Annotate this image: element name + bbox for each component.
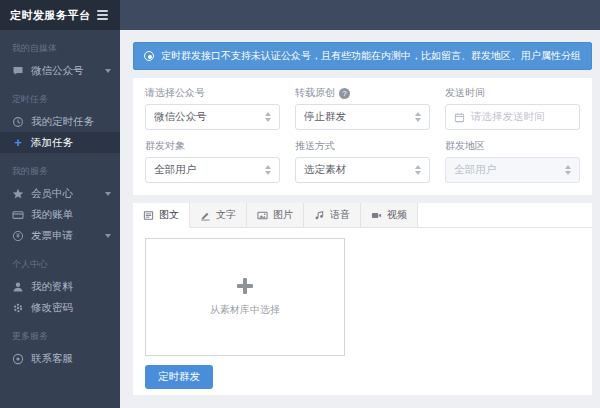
article-icon (143, 210, 154, 221)
select-arrows-icon (415, 112, 421, 122)
field-label: 发送时间 (445, 87, 580, 99)
video-camera-icon (371, 210, 382, 221)
field-repost-original: 转载原创 ? 停止群发 (295, 87, 430, 130)
top-bar: 定时发服务平台 (0, 0, 600, 30)
field-audience: 群发对象 全部用户 (145, 140, 280, 183)
sidebar-item-label: 会员中心 (31, 187, 73, 201)
field-select-account: 请选择公众号 微信公众号 (145, 87, 280, 130)
selected-value: 全部用户 (154, 163, 259, 177)
notice-banner: 定时群发接口不支持未认证公众号，且有些功能在内测中，比如留言、群发地区、用户属性… (133, 42, 592, 70)
sidebar-item-member-center[interactable]: 会员中心 (0, 183, 120, 204)
sidebar-item-change-password[interactable]: 修改密码 (0, 297, 120, 318)
selected-value: 全部用户 (454, 163, 559, 177)
gear-icon (12, 302, 24, 314)
app-title: 定时发服务平台 (10, 8, 91, 23)
clock-icon (12, 116, 24, 128)
selected-value: 停止群发 (304, 110, 409, 124)
select-arrows-icon (265, 165, 271, 175)
plus-icon: + (12, 137, 24, 149)
brand-block: 定时发服务平台 (0, 0, 120, 30)
sidebar-item-label: 微信公众号 (31, 64, 84, 78)
push-method-select[interactable]: 选定素材 (295, 157, 430, 183)
sidebar-section-label: 我的服务 (0, 153, 120, 183)
sidebar-item-wechat-account[interactable]: 微信公众号 (0, 60, 120, 81)
field-label: 转载原创 (295, 86, 335, 100)
tab-label: 语音 (330, 208, 350, 222)
sidebar-item-my-profile[interactable]: 我的资料 (0, 276, 120, 297)
chevron-down-icon (105, 192, 111, 196)
audience-select[interactable]: 全部用户 (145, 157, 280, 183)
invoice-yen-icon: ¥ (12, 230, 24, 242)
region-select-disabled: 全部用户 (445, 157, 580, 183)
tab-label: 图文 (159, 208, 179, 222)
field-label: 群发对象 (145, 140, 280, 152)
select-arrows-icon (265, 112, 271, 122)
sidebar-item-contact-support[interactable]: 联系客服 (0, 348, 120, 369)
sidebar-item-my-scheduled-tasks[interactable]: 我的定时任务 (0, 111, 120, 132)
field-push-method: 推送方式 选定素材 (295, 140, 430, 183)
select-arrows-icon (415, 165, 421, 175)
chevron-down-icon (105, 234, 111, 238)
field-label: 群发地区 (445, 140, 580, 152)
chat-bubble-icon (12, 65, 24, 77)
sidebar-item-label: 联系客服 (31, 352, 73, 366)
sidebar-section-label: 定时任务 (0, 81, 120, 111)
sidebar-section-label: 个人中心 (0, 246, 120, 276)
selected-value: 微信公众号 (154, 110, 259, 124)
user-icon (12, 281, 24, 293)
select-arrows-icon (565, 165, 571, 175)
bill-card-icon (12, 209, 24, 221)
sidebar-item-label: 我的账单 (31, 208, 73, 222)
tab-video[interactable]: 视频 (361, 203, 418, 227)
sidebar-item-label: 我的资料 (31, 280, 73, 294)
plus-icon (237, 278, 253, 294)
sidebar-item-my-bills[interactable]: 我的账单 (0, 204, 120, 225)
sidebar-item-invoice-request[interactable]: ¥ 发票申请 (0, 225, 120, 246)
material-card: 图文 文字 图片 语音 (133, 203, 592, 395)
help-icon[interactable]: ? (339, 88, 350, 99)
account-select[interactable]: 微信公众号 (145, 104, 280, 130)
edit-pencil-icon (200, 210, 211, 221)
schedule-form-card: 请选择公众号 微信公众号 转载原创 ? 停止群发 发送时间 (133, 78, 592, 195)
main-content: 定时群发接口不支持未认证公众号，且有些功能在内测中，比如留言、群发地区、用户属性… (120, 30, 600, 408)
sidebar: 我的自媒体 微信公众号 定时任务 我的定时任务 + 添加任务 我的服务 会员中心… (0, 30, 120, 408)
sidebar-section-label: 更多服务 (0, 318, 120, 348)
tab-label: 视频 (387, 208, 407, 222)
material-tabs: 图文 文字 图片 语音 (133, 203, 592, 228)
sidebar-item-label: 修改密码 (31, 301, 73, 315)
tab-label: 文字 (216, 208, 236, 222)
submit-button[interactable]: 定时群发 (145, 365, 213, 389)
image-icon (257, 210, 268, 221)
calendar-icon (454, 112, 465, 123)
tab-article[interactable]: 图文 (133, 203, 190, 228)
sidebar-item-label: 我的定时任务 (31, 115, 94, 129)
material-picker[interactable]: 从素材库中选择 (145, 238, 345, 356)
tab-text[interactable]: 文字 (190, 203, 247, 227)
sidebar-item-add-task[interactable]: + 添加任务 (0, 132, 120, 153)
field-label: 请选择公众号 (145, 87, 280, 99)
repost-select[interactable]: 停止群发 (295, 104, 430, 130)
hamburger-menu-icon[interactable] (95, 8, 110, 22)
customer-service-icon (12, 353, 24, 365)
sidebar-section-label: 我的自媒体 (0, 30, 120, 60)
notice-text: 定时群发接口不支持未认证公众号，且有些功能在内测中，比如留言、群发地区、用户属性… (161, 49, 581, 63)
send-time-input[interactable]: 请选择发送时间 (445, 104, 580, 130)
selected-value: 选定素材 (304, 163, 409, 177)
material-picker-label: 从素材库中选择 (210, 303, 280, 317)
music-note-icon (314, 210, 325, 221)
svg-text:¥: ¥ (16, 232, 20, 239)
sidebar-item-label: 添加任务 (31, 136, 73, 150)
field-region: 群发地区 全部用户 (445, 140, 580, 183)
tab-audio[interactable]: 语音 (304, 203, 361, 227)
chevron-down-icon (105, 69, 111, 73)
info-icon (144, 51, 154, 61)
sidebar-item-label: 发票申请 (31, 229, 73, 243)
field-send-time: 发送时间 请选择发送时间 (445, 87, 580, 130)
field-label: 推送方式 (295, 140, 430, 152)
tab-image[interactable]: 图片 (247, 203, 304, 227)
star-icon (12, 188, 24, 200)
tab-label: 图片 (273, 208, 293, 222)
date-placeholder: 请选择发送时间 (471, 110, 571, 124)
